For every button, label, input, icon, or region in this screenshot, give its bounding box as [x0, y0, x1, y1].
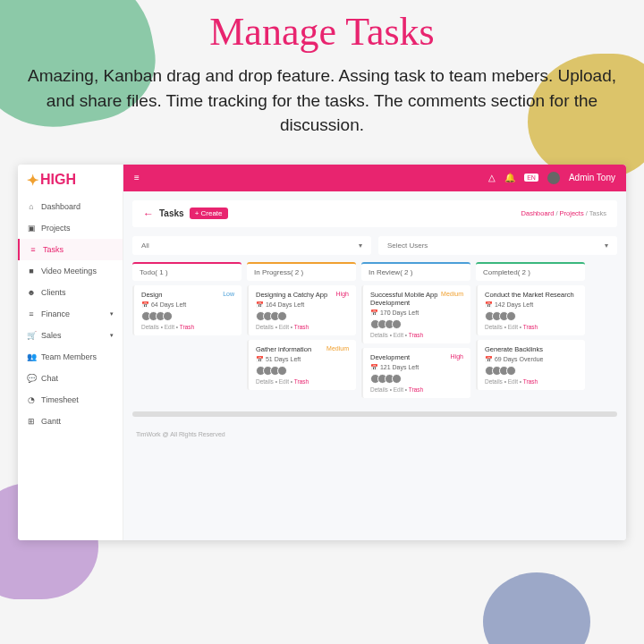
trash-link[interactable]: Trash — [409, 332, 423, 338]
back-icon[interactable]: ← — [143, 208, 154, 220]
notification-icon[interactable]: △ — [488, 173, 496, 182]
task-card[interactable]: Gather informationMedium📅 51 Days LeftDe… — [247, 340, 356, 390]
nav-icon: 👥 — [27, 352, 36, 361]
task-card[interactable]: Designing a Catchy AppHigh📅 164 Days Lef… — [247, 285, 356, 335]
sidebar-item-gantt[interactable]: ⊞Gantt — [18, 411, 123, 432]
sidebar-item-team-members[interactable]: 👥Team Members — [18, 346, 123, 368]
days-left: 📅 121 Days Left — [370, 364, 463, 371]
menu-icon[interactable]: ≡ — [134, 173, 140, 182]
assignees — [141, 311, 234, 321]
details-link[interactable]: Details — [141, 324, 159, 330]
trash-link[interactable]: Trash — [180, 324, 194, 330]
trash-link[interactable]: Trash — [523, 324, 538, 330]
sidebar-item-sales[interactable]: 🛒Sales▾ — [18, 325, 123, 346]
nav-label: Gantt — [41, 417, 61, 426]
footer: TimWork @ All Rights Reserved — [123, 426, 626, 443]
bell-icon[interactable]: 🔔 — [504, 173, 515, 182]
trash-link[interactable]: Trash — [523, 378, 538, 385]
page-header: ← Tasks + Create Dashboard / Projects / … — [132, 200, 617, 227]
logo: ✦ HIGH — [18, 165, 123, 196]
edit-link[interactable]: Edit — [165, 324, 174, 330]
breadcrumb[interactable]: Dashboard / Projects / Tasks — [521, 209, 606, 217]
card-title: Development — [370, 353, 448, 361]
brand-text: HIGH — [40, 172, 76, 188]
edit-link[interactable]: Edit — [279, 324, 289, 330]
page-title: Tasks — [159, 208, 184, 218]
sidebar-item-chat[interactable]: 💬Chat — [18, 368, 123, 389]
details-link[interactable]: Details — [485, 324, 503, 330]
card-title: Successful Mobile App Development — [370, 291, 438, 307]
column-header: In Review( 2 ) — [361, 262, 470, 281]
filter-users[interactable]: Select Users▾ — [378, 236, 617, 255]
edit-link[interactable]: Edit — [279, 378, 289, 385]
priority-badge: High — [336, 291, 349, 299]
priority-badge: High — [451, 353, 463, 361]
task-card[interactable]: DevelopmentHigh📅 121 Days LeftDetails • … — [361, 348, 470, 398]
trash-link[interactable]: Trash — [409, 386, 423, 393]
hero-title: Manage Tasks — [18, 9, 626, 55]
card-title: Conduct the Market Research — [485, 291, 578, 299]
filter-all[interactable]: All▾ — [132, 236, 371, 255]
hero-desc: Amazing, Kanban drag and drop feature. A… — [18, 64, 626, 138]
sidebar-item-clients[interactable]: ☻Clients — [18, 282, 123, 303]
column-header: In Progress( 2 ) — [247, 262, 356, 281]
task-card[interactable]: Conduct the Market Research📅 142 Days Le… — [476, 285, 585, 335]
nav-icon: 💬 — [27, 374, 36, 383]
chevron-down-icon: ▾ — [605, 242, 608, 250]
priority-badge: Low — [223, 291, 234, 299]
sidebar-item-projects[interactable]: ▣Projects — [18, 217, 123, 239]
edit-link[interactable]: Edit — [394, 386, 403, 393]
user-name[interactable]: Admin Tony — [569, 173, 615, 182]
days-left: 📅 64 Days Left — [141, 301, 234, 309]
nav-icon: ☻ — [27, 288, 36, 297]
days-left: 📅 69 Days Overdue — [485, 356, 578, 363]
nav-label: Clients — [41, 288, 66, 297]
lang-badge[interactable]: EN — [524, 174, 538, 182]
details-link[interactable]: Details — [256, 378, 274, 385]
task-card[interactable]: DesignLow📅 64 Days LeftDetails • Edit • … — [132, 285, 242, 335]
edit-link[interactable]: Edit — [508, 378, 518, 385]
sidebar-item-timesheet[interactable]: ◔Timesheet — [18, 389, 123, 411]
sidebar-item-finance[interactable]: ≡Finance▾ — [18, 303, 123, 325]
nav-label: Chat — [41, 374, 58, 383]
days-left: 📅 51 Days Left — [256, 356, 349, 363]
app-window: ✦ HIGH ⌂Dashboard▣Projects≡Tasks■Video M… — [18, 165, 626, 540]
nav-label: Timesheet — [41, 395, 79, 404]
create-button[interactable]: + Create — [190, 208, 228, 219]
nav-icon: ⊞ — [27, 417, 36, 426]
trash-link[interactable]: Trash — [294, 324, 309, 330]
column-header: Completed( 2 ) — [476, 262, 585, 281]
sidebar-item-video-meetings[interactable]: ■Video Meetings — [18, 260, 123, 282]
trash-link[interactable]: Trash — [294, 378, 309, 385]
chevron-down-icon: ▾ — [110, 310, 114, 318]
scrollbar[interactable] — [132, 411, 617, 417]
nav-label: Tasks — [43, 245, 64, 254]
details-link[interactable]: Details — [485, 378, 503, 385]
details-link[interactable]: Details — [370, 386, 388, 393]
edit-link[interactable]: Edit — [508, 324, 518, 330]
priority-badge: Medium — [326, 345, 349, 353]
card-title: Generate Backlinks — [485, 345, 578, 353]
edit-link[interactable]: Edit — [394, 332, 403, 338]
days-left: 📅 142 Days Left — [485, 301, 578, 309]
flame-icon: ✦ — [27, 172, 38, 189]
sidebar-item-tasks[interactable]: ≡Tasks — [18, 239, 123, 260]
task-card[interactable]: Generate Backlinks📅 69 Days OverdueDetai… — [476, 340, 585, 390]
details-link[interactable]: Details — [256, 324, 274, 330]
nav-label: Finance — [41, 309, 70, 318]
card-title: Design — [141, 291, 220, 299]
assignees — [256, 366, 349, 376]
priority-badge: Medium — [441, 291, 463, 307]
nav-icon: ■ — [27, 267, 36, 275]
chevron-down-icon: ▾ — [110, 332, 114, 339]
avatar[interactable] — [547, 172, 560, 184]
task-card[interactable]: Successful Mobile App DevelopmentMedium📅… — [361, 285, 470, 343]
nav-label: Sales — [41, 331, 62, 340]
chevron-down-icon: ▾ — [359, 242, 362, 250]
kanban-board: Todo( 1 )DesignLow📅 64 Days LeftDetails … — [132, 262, 617, 402]
days-left: 📅 170 Days Left — [370, 309, 463, 317]
nav-label: Projects — [41, 224, 71, 233]
sidebar-item-dashboard[interactable]: ⌂Dashboard — [18, 196, 123, 217]
nav-icon: ◔ — [27, 395, 36, 404]
details-link[interactable]: Details — [370, 332, 388, 338]
